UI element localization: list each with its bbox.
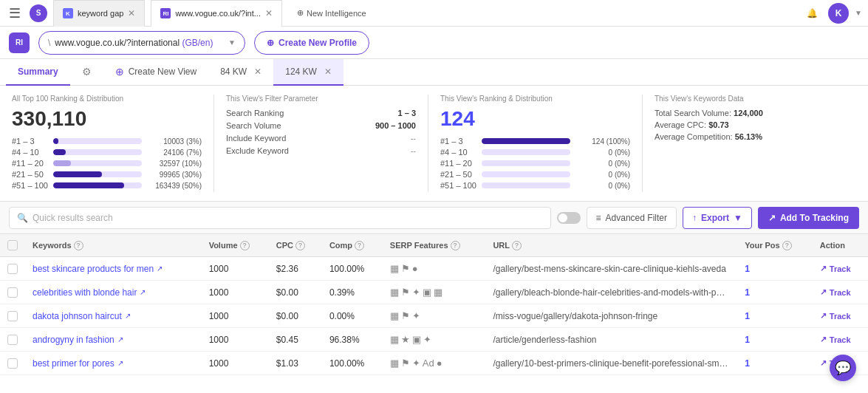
sub-tab-gear[interactable]: ⚙ (70, 59, 103, 86)
external-link-icon-3: ↗ (117, 335, 123, 344)
export-button[interactable]: ↑ Export ▼ (683, 207, 752, 229)
row-comp-0: 100.00% (322, 257, 383, 281)
sub-tab-84kw-close[interactable]: ✕ (254, 66, 262, 77)
serp-icon-1-2: ✦ (412, 287, 420, 298)
row-checkbox-1 (0, 281, 25, 304)
toggle-knob (558, 213, 567, 222)
serp-icon-4-0: ▦ (390, 358, 399, 369)
search-input[interactable]: 🔍 Quick results search (9, 207, 551, 229)
comp-info-icon[interactable]: ? (355, 241, 364, 250)
user-avatar[interactable]: K (828, 3, 849, 24)
kw-avg-cpc: Average CPC: $0.73 (655, 120, 844, 129)
th-volume: Volume ? (202, 234, 269, 257)
filter-lines-icon: ≡ (596, 213, 601, 223)
track-button-1[interactable]: ↗ Track (820, 287, 861, 297)
keyword-link-4[interactable]: best primer for pores ↗ (33, 358, 194, 369)
kw-avg-comp: Average Competition: 56.13% (655, 132, 844, 141)
advanced-filter-button[interactable]: ≡ Advanced Filter (587, 207, 677, 229)
row-action-0: ↗ Track (813, 257, 868, 281)
keyword-link-2[interactable]: dakota johnson haircut ↗ (33, 311, 194, 321)
row-volume-0: 1000 (202, 257, 269, 281)
row-select-1[interactable] (7, 287, 18, 298)
keywords-table: Keywords ? Volume ? CPC ? (0, 234, 868, 375)
add-to-tracking-button[interactable]: ↗ Add To Tracking (758, 207, 859, 229)
serp-icon-3-1: ★ (401, 334, 410, 345)
menu-icon[interactable]: ☰ (6, 4, 24, 22)
toggle-switch[interactable] (557, 212, 581, 224)
url-info-icon[interactable]: ? (512, 241, 522, 250)
sub-tab-summary[interactable]: Summary (6, 59, 70, 86)
url-selector[interactable]: \ www.vogue.co.uk/?international (GB/en)… (38, 31, 245, 55)
tab-close-kw[interactable]: ✕ (128, 8, 135, 18)
row-select-0[interactable] (7, 264, 18, 274)
keyword-link-3[interactable]: androgyny in fashion ↗ (33, 335, 194, 345)
keywords-info-icon[interactable]: ? (74, 241, 83, 250)
sub-tab-124kw[interactable]: 124 KW ✕ (273, 59, 344, 86)
keyword-link-1[interactable]: celebrities with blonde hair ↗ (33, 287, 194, 298)
select-all-checkbox[interactable] (7, 240, 18, 250)
chevron-down-icon[interactable]: ▼ (855, 9, 862, 17)
new-intelligence-tab[interactable]: ⊕ New Intelligence (288, 0, 375, 27)
row-serp-3: ▦★▣✦ (383, 328, 486, 352)
serp-icon-2-2: ✦ (412, 310, 420, 321)
th-yourpos: Your Pos ? (737, 234, 813, 257)
bar-51-100 (53, 182, 142, 188)
row-pos-3: 1 (737, 328, 813, 352)
serp-info-icon[interactable]: ? (451, 241, 460, 250)
row-volume-4: 1000 (202, 352, 269, 375)
bar-21-50 (53, 171, 142, 177)
tab-close-vogue[interactable]: ✕ (265, 8, 273, 18)
track-button-2[interactable]: ↗ Track (820, 311, 861, 321)
table-row: dakota johnson haircut ↗ 1000 $0.00 0.00… (0, 304, 868, 328)
bar-1-3 (53, 138, 142, 144)
tab-keyword-gap[interactable]: K keyword gap ✕ (53, 0, 145, 27)
notification-icon[interactable]: 🔔 (802, 3, 822, 24)
all-top-label: All Top 100 Ranking & Distribution (12, 95, 202, 103)
sub-tab-124kw-close[interactable]: ✕ (324, 66, 332, 77)
row-select-4[interactable] (7, 358, 18, 369)
vd-row-4-10: #4 – 10 0 (0%) (440, 148, 630, 157)
filter-row-include: Include Keyword -- (226, 134, 416, 143)
row-keyword-4: best primer for pores ↗ (25, 352, 202, 375)
serp-icon-1-0: ▦ (390, 287, 399, 298)
chat-bubble[interactable]: 💬 (830, 355, 856, 381)
serp-icon-1-4: ▦ (434, 287, 442, 298)
row-cpc-3: $0.45 (269, 328, 322, 352)
track-button-0[interactable]: ↗ Track (820, 264, 861, 273)
url-dropdown-icon[interactable]: ▼ (228, 38, 236, 47)
volume-info-icon[interactable]: ? (240, 241, 250, 250)
row-select-2[interactable] (7, 311, 18, 321)
row-action-1: ↗ Track (813, 281, 868, 304)
keyword-link-0[interactable]: best skincare products for men ↗ (33, 264, 194, 274)
yourpos-info-icon[interactable]: ? (782, 241, 792, 250)
url-display: www.vogue.co.uk/?international (GB/en) (55, 38, 224, 48)
tab-vogue[interactable]: RI www.vogue.co.uk/?int... ✕ (151, 0, 282, 27)
sub-tab-84kw[interactable]: 84 KW ✕ (208, 59, 273, 86)
th-action: Action (813, 234, 868, 257)
cpc-info-icon[interactable]: ? (295, 241, 305, 250)
table-body: best skincare products for men ↗ 1000 $2… (0, 257, 868, 375)
stat-label-4-10: #4 – 10 (12, 148, 49, 157)
row-keyword-2: dakota johnson haircut ↗ (25, 304, 202, 328)
vd-row-1-3: #1 – 3 124 (100%) (440, 137, 630, 146)
external-link-icon-4: ↗ (117, 359, 123, 367)
serp-icon-4-4: ● (437, 358, 442, 369)
row-action-3: ↗ Track (813, 328, 868, 352)
th-keywords-label: Keywords (33, 241, 72, 250)
row-select-3[interactable] (7, 335, 18, 345)
vd-row-11-20: #11 – 20 0 (0%) (440, 159, 630, 168)
search-placeholder: Quick results search (33, 213, 113, 223)
stat-val-21-50: 99965 (30%) (146, 171, 202, 179)
serp-icon-0-1: ⚑ (401, 263, 410, 274)
row-url-4: /gallery/10-best-primers-clinique-benefi… (485, 352, 737, 375)
track-button-3[interactable]: ↗ Track (820, 335, 861, 344)
add-to-tracking-label: Add To Tracking (780, 213, 849, 223)
track-arrow-icon-2: ↗ (820, 311, 827, 321)
serp-icon-2-0: ▦ (390, 310, 399, 321)
create-profile-button[interactable]: ⊕ Create New Profile (254, 31, 369, 55)
row-checkbox-4 (0, 352, 25, 375)
export-chevron-icon: ▼ (734, 213, 742, 223)
row-url-3: /article/genderless-fashion (485, 328, 737, 352)
sub-tab-create-view[interactable]: ⊕ Create New View (103, 59, 208, 86)
row-cpc-1: $0.00 (269, 281, 322, 304)
